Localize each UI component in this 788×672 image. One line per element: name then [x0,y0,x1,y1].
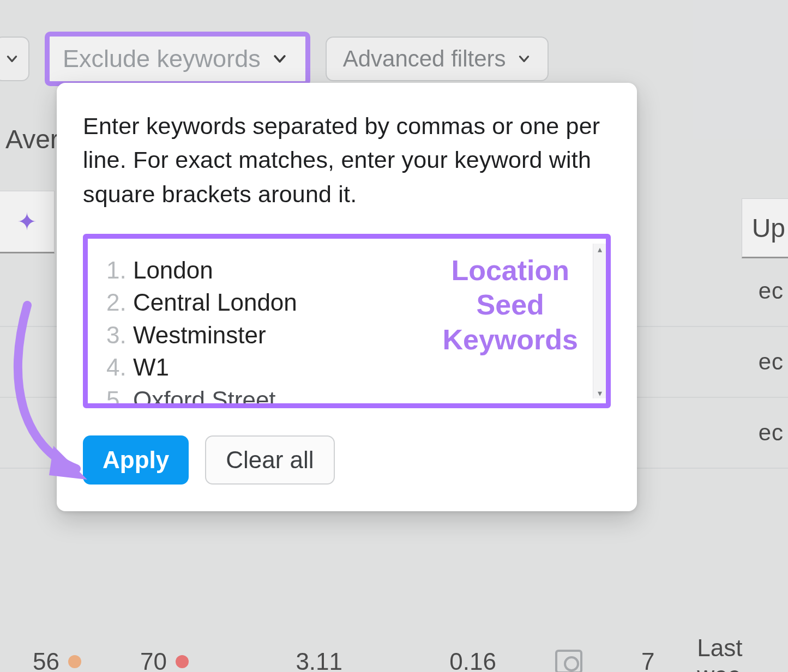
chevron-down-icon [5,52,19,66]
apply-button[interactable]: Apply [83,435,189,485]
advanced-filters-filter[interactable]: Advanced filters [326,37,549,81]
stat-value: 3.11 [296,648,342,672]
stats-row: 56 70 3.11 0.16 7 Last wee [33,634,788,672]
serp-snapshot-icon[interactable] [555,650,582,672]
row-right-text: ec [759,278,784,304]
difficulty-dot-orange-icon [68,655,81,668]
annotation-label: Location Seed Keywords [442,253,578,357]
bg-text-aver: Aver [0,124,59,154]
annotation-line: Seed [442,288,578,322]
advanced-filters-label: Advanced filters [343,46,506,72]
popover-instructions: Enter keywords separated by commas or on… [83,109,611,211]
annotation-line: Keywords [442,323,578,357]
chevron-down-icon [517,52,531,66]
difficulty-dot-red-icon [176,655,189,668]
exclude-keywords-popover: Enter keywords separated by commas or on… [57,83,637,511]
keyword-line: Oxford Street [106,384,587,408]
sparkle-cell: ✦ [0,191,55,253]
exclude-keywords-filter[interactable]: Exclude keywords [45,32,310,86]
filter-pill-collapsed[interactable] [0,37,29,81]
stat-value: 56 [33,648,59,672]
exclude-keywords-label: Exclude keywords [63,45,261,73]
stat-value: 7 [641,648,654,672]
row-right-text: ec [759,349,784,375]
popover-button-row: Apply Clear all [83,435,611,485]
stat-value: 70 [140,648,167,672]
clear-all-button[interactable]: Clear all [205,435,334,485]
row-right-text: ec [759,420,784,446]
bg-text-up: Up [742,198,788,258]
sparkle-icon: ✦ [17,208,37,235]
stat-cell: 70 [140,648,189,672]
chevron-down-icon [272,51,288,67]
stat-value: Last wee [697,634,788,672]
annotation-line: Location [442,253,578,288]
scroll-up-icon: ▴ [595,245,604,253]
stat-value: 0.16 [449,648,496,672]
scroll-down-icon: ▾ [595,389,604,397]
textarea-scrollbar[interactable]: ▴ ▾ [593,244,606,398]
stat-cell: 56 [33,648,81,672]
filter-row: Exclude keywords Advanced filters [0,32,788,86]
